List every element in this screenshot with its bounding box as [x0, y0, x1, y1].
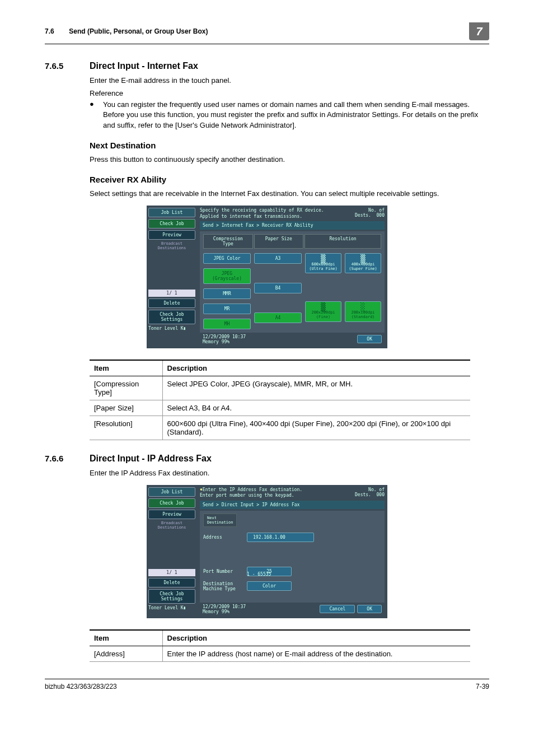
th-item: Item [90, 630, 162, 646]
port-label: Port Number [203, 569, 243, 574]
rx-ability-table: ItemDescription [Compression Type]Select… [90, 360, 470, 440]
screenshot-rx-ability: Job List Check Job Preview Broadcast Des… [147, 206, 387, 348]
paper-b4[interactable]: B4 [254, 283, 302, 293]
res-200-std[interactable]: ░200x100dpi (Standard) [345, 301, 381, 321]
check-job-button[interactable]: Check Job [148, 219, 195, 228]
datetime: 12/29/2009 10:37 [203, 604, 246, 609]
comp-jpeg-color[interactable]: JPEG Color [203, 253, 251, 264]
page-header: 7.6 Send (Public, Personal, or Group Use… [45, 22, 489, 44]
bullet-icon: ● [90, 100, 103, 130]
th-item: Item [90, 360, 162, 376]
res-600[interactable]: ▒600x600dpi (Ultra Fine) [305, 253, 341, 273]
tab-resolution[interactable]: Resolution [305, 234, 381, 249]
address-value[interactable]: 192.168.1.00 [247, 533, 314, 542]
toner-label: Toner Level [148, 605, 178, 610]
res-200-fine[interactable]: ▒200x200dpi (Fine) [305, 301, 341, 321]
machine-type-label: Destination Machine Type [203, 581, 243, 591]
res-400[interactable]: ▒400x400dpi (Super Fine) [345, 253, 381, 273]
next-destination-button[interactable]: Next Destination [203, 514, 237, 527]
sec-765-para: Enter the E-mail address in the touch pa… [90, 76, 489, 86]
comp-mmr[interactable]: MMR [203, 288, 251, 299]
sec-766-title: Direct Input - IP Address Fax [90, 454, 212, 464]
page-footer: bizhub 423/363/283/223 7-39 [45, 679, 489, 690]
sec-765-title: Direct Input - Internet Fax [90, 61, 198, 71]
comp-jpeg-gray[interactable]: JPEG (Grayscale) [203, 268, 251, 284]
check-settings-button[interactable]: Check Job Settings [148, 589, 195, 604]
sec-766-para: Enter the IP Address Fax destination. [90, 468, 489, 478]
check-settings-button[interactable]: Check Job Settings [148, 310, 195, 324]
screenshot-ip-fax: Job List Check Job Preview Broadcast Des… [147, 485, 387, 618]
reference-bullet-1: You can register the frequently used use… [103, 100, 489, 130]
prompt-text: Specify the receiving capability of RX d… [200, 208, 355, 220]
sec-765-num: 7.6.5 [45, 61, 90, 71]
th-desc: Description [162, 630, 470, 646]
memory: Memory 99% [203, 609, 246, 614]
td-desc: 600×600 dpi (Ultra Fine), 400×400 dpi (S… [162, 416, 470, 440]
delete-button[interactable]: Delete [148, 298, 195, 308]
datetime: 12/29/2009 10:37 [203, 334, 246, 339]
paper-a3[interactable]: A3 [254, 253, 302, 264]
td-desc: Select JPEG Color, JPEG (Grayscale), MMR… [162, 376, 470, 400]
memory: Memory 99% [203, 339, 246, 344]
pager: 1/ 1 [148, 569, 195, 576]
machine-type-value[interactable]: Color [247, 581, 292, 591]
ok-button[interactable]: OK [357, 335, 382, 343]
sec-766-num: 7.6.6 [45, 454, 90, 464]
th-desc: Description [162, 360, 470, 376]
paper-a4[interactable]: A4 [254, 312, 302, 323]
job-list-button[interactable]: Job List [148, 208, 195, 217]
td-desc: Select A3, B4 or A4. [162, 400, 470, 416]
port-range: 1 - 65535 [247, 572, 381, 577]
delete-button[interactable]: Delete [148, 578, 195, 587]
tab-paper-size[interactable]: Paper Size [254, 234, 304, 249]
check-job-button[interactable]: Check Job [148, 498, 195, 508]
cancel-button[interactable]: Cancel [320, 605, 355, 613]
breadcrumb: Send > Internet Fax > Receiver RX Abilit… [200, 221, 385, 230]
job-list-button[interactable]: Job List [148, 487, 195, 497]
chapter-badge: 7 [469, 22, 489, 40]
td-item: [Address] [90, 646, 162, 661]
prompt-text: Enter the IP Address Fax destination. En… [200, 487, 302, 498]
footer-model: bizhub 423/363/283/223 [45, 683, 117, 690]
next-destination-para: Press this button to continuously specif… [90, 155, 489, 165]
receiver-rx-heading: Receiver RX Ability [90, 175, 489, 184]
breadcrumb: Send > Direct Input > IP Address Fax [200, 501, 385, 509]
footer-page: 7-39 [476, 683, 489, 690]
comp-mr[interactable]: MR [203, 304, 251, 314]
dests-value: 000 [377, 213, 385, 218]
ok-button[interactable]: OK [357, 605, 382, 613]
address-label: Address [203, 535, 243, 540]
td-desc: Enter the IP address (host name) or E-ma… [162, 646, 470, 661]
td-item: [Compression Type] [90, 376, 162, 400]
next-destination-heading: Next Destination [90, 141, 489, 150]
td-item: [Resolution] [90, 416, 162, 440]
broadcast-label: Broadcast Destinations [148, 241, 195, 250]
header-section-title: Send (Public, Personal, or Group User Bo… [69, 27, 208, 35]
receiver-rx-para: Select settings that are receivable in t… [90, 189, 489, 199]
comp-mh[interactable]: MH [203, 319, 251, 329]
dests-value: 000 [377, 492, 385, 497]
toner-label: Toner Level [148, 326, 178, 331]
td-item: [Paper Size] [90, 400, 162, 416]
broadcast-label: Broadcast Destinations [148, 521, 195, 530]
pager: 1/ 1 [148, 290, 195, 297]
reference-label: Reference [90, 89, 489, 97]
tab-compression[interactable]: Compression Type [203, 234, 253, 249]
preview-button[interactable]: Preview [148, 510, 195, 519]
header-section-num: 7.6 [45, 27, 67, 35]
preview-button[interactable]: Preview [148, 230, 195, 240]
ip-fax-table: ItemDescription [Address]Enter the IP ad… [90, 629, 470, 662]
